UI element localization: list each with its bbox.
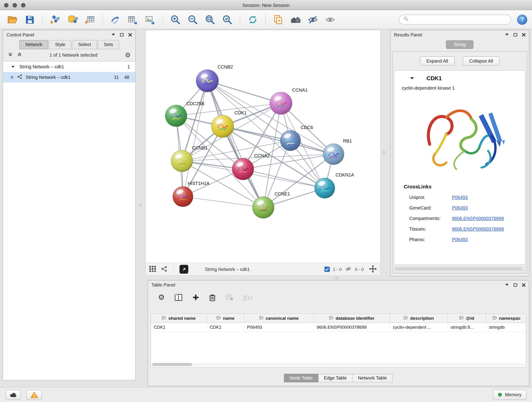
close-panel-icon[interactable]	[522, 283, 526, 287]
float-panel-icon[interactable]	[513, 33, 518, 36]
table-cell[interactable]: CDK1	[151, 323, 207, 332]
hidden-eye-slash-icon[interactable]	[345, 266, 352, 273]
memory-button[interactable]: Memory	[493, 390, 526, 400]
zoom-selected-icon[interactable]	[220, 12, 235, 27]
network-edge[interactable]	[183, 81, 207, 197]
open-in-window-button[interactable]	[179, 265, 188, 274]
column-header-database-identifier[interactable]: database identifier	[314, 314, 390, 322]
network-edge[interactable]	[243, 169, 325, 188]
export-image-icon[interactable]	[142, 12, 158, 27]
network-edge[interactable]	[207, 81, 281, 103]
crosslink-value-link[interactable]: P06493	[452, 195, 468, 200]
tab-network[interactable]: Network	[19, 40, 48, 49]
float-panel-icon[interactable]	[513, 283, 518, 287]
collapse-all-button[interactable]: Collapse All	[462, 56, 500, 65]
column-header--id[interactable]: @id	[448, 314, 486, 322]
table-cell[interactable]: stringdb	[486, 323, 526, 332]
column-header-canonical-name[interactable]: canonical name	[244, 314, 314, 322]
column-header-shared-name[interactable]: shared name	[151, 314, 207, 322]
table-row[interactable]: CDK1CDK1P064939606.ENSP00000378699cyclin…	[151, 323, 526, 332]
table-cell[interactable]: CDK1	[207, 323, 244, 332]
disclosure-triangle-icon[interactable]	[11, 64, 15, 69]
panel-menu-icon[interactable]	[505, 283, 509, 286]
network-node-CDK1[interactable]	[211, 115, 234, 138]
crosslink-value-link[interactable]: 9606.ENSP00000378699	[452, 226, 504, 231]
network-edge[interactable]	[207, 81, 263, 208]
tab-node-table[interactable]: Node Table	[284, 374, 318, 382]
crosslink-value-link[interactable]: P06493	[452, 237, 468, 242]
panel-menu-icon[interactable]	[505, 33, 509, 36]
search-input[interactable]	[411, 17, 507, 22]
network-node-CDC6[interactable]	[280, 130, 301, 151]
table-cell[interactable]: P06493	[244, 323, 314, 332]
expand-all-icon[interactable]	[17, 52, 22, 58]
copy-document-icon[interactable]	[270, 12, 286, 27]
table-horizontal-scrollbar[interactable]	[152, 363, 525, 366]
network-node-CDC25B[interactable]	[165, 105, 187, 127]
selected-checkbox-icon[interactable]	[324, 267, 330, 272]
result-card-header[interactable]: CDK1	[394, 70, 525, 85]
tab-select[interactable]: Select	[72, 40, 97, 49]
network-options-gear-icon[interactable]: ⚙	[125, 52, 131, 58]
warning-button[interactable]	[27, 390, 42, 400]
network-node-CDKN1A[interactable]	[315, 178, 335, 198]
apply-preferred-layout-icon[interactable]	[245, 12, 260, 27]
hide-graphics-details-icon[interactable]	[305, 12, 321, 27]
close-panel-icon[interactable]	[522, 33, 526, 36]
network-icon[interactable]	[161, 265, 168, 273]
network-collection-row[interactable]: String Network – cdk1 1	[3, 61, 135, 72]
tab-sets[interactable]: Sets	[98, 40, 119, 49]
grid-view-icon[interactable]	[149, 265, 157, 273]
import-network-file-icon[interactable]	[47, 12, 63, 27]
search-box[interactable]	[399, 15, 511, 25]
column-header-description[interactable]: description	[390, 314, 448, 322]
table-cell[interactable]: stringdb:9...	[448, 323, 486, 332]
collapse-entry-triangle-icon[interactable]	[410, 76, 414, 81]
close-window-button[interactable]	[4, 3, 8, 7]
network-node-CCNE1[interactable]	[253, 197, 274, 218]
close-panel-icon[interactable]	[128, 33, 132, 36]
zoom-fit-icon[interactable]	[202, 12, 218, 27]
horizontal-splitter-handle[interactable]	[335, 276, 338, 279]
table-settings-gear-icon[interactable]: ⚙	[158, 294, 165, 301]
expand-all-button[interactable]: Expand All	[420, 56, 455, 65]
new-network-from-selection-icon[interactable]	[108, 12, 123, 27]
network-node-CCNA2[interactable]	[232, 158, 254, 180]
column-header-namespac[interactable]: namespac	[486, 314, 526, 322]
import-table-icon[interactable]	[82, 12, 98, 27]
network-node-CCNB1[interactable]	[171, 150, 193, 172]
show-graphics-details-icon[interactable]	[322, 12, 338, 27]
network-node-CCNB2[interactable]	[196, 70, 219, 92]
network-node-CCNA1[interactable]	[270, 92, 292, 114]
float-panel-icon[interactable]	[120, 33, 124, 36]
zoom-out-icon[interactable]	[185, 12, 201, 27]
column-header-name[interactable]: name	[207, 314, 244, 322]
scrollbar-thumb[interactable]	[395, 268, 522, 270]
table-cell[interactable]: 9606.ENSP00000378699	[314, 323, 390, 332]
tab-string[interactable]: String	[446, 40, 473, 49]
collapse-all-icon[interactable]	[8, 52, 13, 58]
right-splitter-handle[interactable]	[382, 151, 385, 154]
network-canvas-svg[interactable]: CCNB2CCNA1CDC25BCDK1CDC6RB1CCNB1CCNA2CDK…	[146, 30, 380, 263]
pan-move-icon[interactable]	[369, 265, 377, 274]
open-session-icon[interactable]	[5, 12, 20, 27]
birds-eye-view-icon[interactable]	[288, 12, 303, 27]
zoom-in-icon[interactable]	[168, 12, 183, 27]
export-table-icon[interactable]	[125, 12, 140, 27]
network-row-selected[interactable]: String Network – cdk1 11 48	[3, 72, 135, 83]
scrollbar-thumb[interactable]	[152, 363, 192, 366]
tab-edge-table[interactable]: Edge Table	[318, 374, 353, 382]
delete-column-icon[interactable]	[209, 294, 216, 301]
tab-style[interactable]: Style	[49, 40, 71, 49]
panel-menu-icon[interactable]	[111, 33, 115, 36]
network-node-HIST1H1A[interactable]	[173, 186, 193, 207]
crosslink-value-link[interactable]: P06493	[452, 205, 468, 211]
results-horizontal-scrollbar[interactable]	[394, 267, 526, 271]
table-cell[interactable]: cyclin-dependent ...	[390, 323, 448, 332]
zoom-window-button[interactable]	[21, 3, 25, 7]
import-network-database-icon[interactable]	[65, 12, 80, 27]
minimize-window-button[interactable]	[13, 3, 17, 7]
cloud-button[interactable]	[6, 390, 21, 400]
add-column-icon[interactable]	[192, 294, 200, 301]
crosslink-value-link[interactable]: 9606.ENSP00000378699	[452, 216, 504, 221]
